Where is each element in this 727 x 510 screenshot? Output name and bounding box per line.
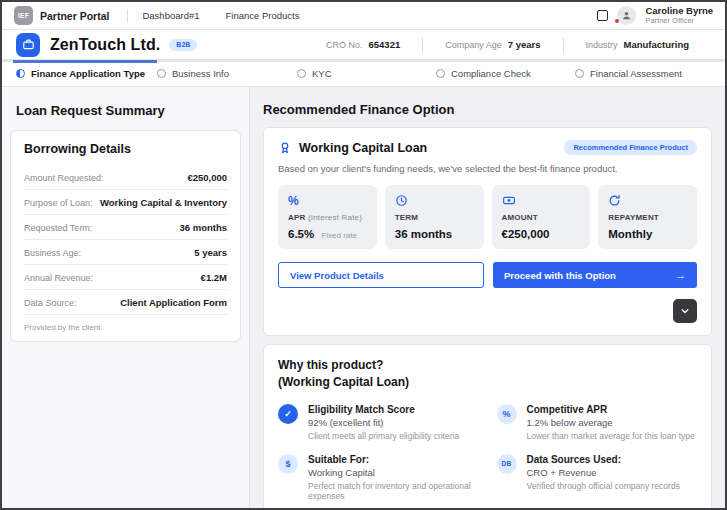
step-business-info[interactable]: Business Info xyxy=(157,60,229,87)
stat-label: TERM xyxy=(395,213,418,222)
recommendation-description: Based on your client's funding needs, we… xyxy=(278,163,697,174)
why-item-data-sources: DB Data Sources Used: CRO + Revenue Veri… xyxy=(497,454,698,501)
why-item-value: 1.2% below average xyxy=(527,417,695,428)
loan-summary-panel: Loan Request Summary Borrowing Details A… xyxy=(2,87,250,508)
why-item-value: CRO + Revenue xyxy=(527,467,680,478)
row-value: Working Capital & Inventory xyxy=(100,197,227,208)
row-value: €1.2M xyxy=(201,272,227,283)
why-item-note: Lower than market average for this loan … xyxy=(527,431,695,441)
company-header: ZenTouch Ltd. B2B CRO No. 654321 Company… xyxy=(2,30,725,60)
recommendation-panel: Recommended Finance Option Working Capit… xyxy=(250,87,725,508)
step-compliance-check[interactable]: Compliance Check xyxy=(436,60,531,87)
app-window: IEF Partner Portal Dashboard#1 Finance P… xyxy=(0,0,727,510)
briefcase-icon xyxy=(22,38,35,51)
why-item-suitable-for: $ Suitable For: Working Capital Perfect … xyxy=(278,454,479,501)
why-product-card: Why this product? (Working Capital Loan)… xyxy=(263,344,712,508)
application-stepper: Finance Application Type Business Info K… xyxy=(2,60,725,87)
row-label: Data Source: xyxy=(24,298,77,308)
stat-value: 6.5% xyxy=(288,228,314,240)
loan-summary-heading: Loan Request Summary xyxy=(10,103,241,118)
stat-value-note: Fixed rate xyxy=(321,231,357,240)
nav-item-finance-products[interactable]: Finance Products xyxy=(226,10,300,21)
row-value: Client Application Form xyxy=(120,297,227,308)
step-label: KYC xyxy=(312,68,332,79)
row-value: €250,000 xyxy=(187,172,227,183)
app-logo: IEF xyxy=(14,6,33,25)
why-item-title: Eligibility Match Score xyxy=(308,404,459,415)
summary-row-data-source: Data Source: Client Application Form xyxy=(24,290,227,315)
meta-value: Manufacturing xyxy=(624,39,689,50)
meta-value: 7 years xyxy=(508,39,541,50)
step-label: Financial Assessment xyxy=(590,68,682,79)
check-circle-icon: ✓ xyxy=(278,404,298,424)
why-product-grid: ✓ Eligibility Match Score 92% (excellent… xyxy=(278,404,697,501)
collapse-button[interactable] xyxy=(673,299,697,323)
why-item-competitive-apr: % Competitive APR 1.2% below average Low… xyxy=(497,404,698,441)
row-label: Requested Term: xyxy=(24,223,92,233)
stat-term: TERM 36 months xyxy=(385,185,484,249)
meta-cro: CRO No. 654321 xyxy=(304,39,422,50)
avatar[interactable] xyxy=(617,6,636,25)
company-meta: CRO No. 654321 Company Age 7 years Indus… xyxy=(304,37,711,53)
nav-divider xyxy=(127,9,128,23)
arrow-right-icon: → xyxy=(675,269,686,281)
person-icon xyxy=(621,10,632,21)
chevron-down-icon xyxy=(680,306,690,316)
step-circle-icon xyxy=(157,69,166,78)
meta-value: 654321 xyxy=(369,39,401,50)
step-label: Compliance Check xyxy=(451,68,531,79)
banknote-icon xyxy=(502,194,516,207)
product-stats: % APR (Interest Rate) 6.5% Fixed rate TE… xyxy=(278,185,697,249)
why-product-title: Why this product? (Working Capital Loan) xyxy=(278,357,697,392)
step-kyc[interactable]: KYC xyxy=(297,60,332,87)
why-title-line2: (Working Capital Loan) xyxy=(278,374,697,391)
recommendation-heading: Recommended Finance Option xyxy=(263,102,712,117)
top-nav: IEF Partner Portal Dashboard#1 Finance P… xyxy=(2,2,725,30)
user-role: Partner Officer xyxy=(645,17,713,26)
row-label: Purpose of Loan: xyxy=(24,198,93,208)
proceed-button[interactable]: Proceed with this Option → xyxy=(493,262,697,288)
meta-label: Company Age xyxy=(445,40,502,50)
stat-amount: AMOUNT €250,000 xyxy=(492,185,591,249)
nav-item-dashboard[interactable]: Dashboard#1 xyxy=(142,10,199,21)
company-icon xyxy=(16,33,40,57)
meta-label: CRO No. xyxy=(326,40,363,50)
summary-row-amount: Amount Requested: €250,000 xyxy=(24,165,227,190)
meta-label: Industry xyxy=(586,40,618,50)
step-finance-application-type[interactable]: Finance Application Type xyxy=(16,60,145,87)
step-financial-assessment[interactable]: Financial Assessment xyxy=(575,60,682,87)
why-title-line1: Why this product? xyxy=(278,357,697,374)
stat-value: Monthly xyxy=(608,228,652,240)
row-value: 36 months xyxy=(179,222,227,233)
row-label: Amount Requested: xyxy=(24,173,104,183)
step-circle-half-icon xyxy=(16,69,25,78)
stat-label: AMOUNT xyxy=(502,213,538,222)
step-label: Business Info xyxy=(172,68,229,79)
stat-value: 36 months xyxy=(395,228,453,240)
user-name: Caroline Byrne xyxy=(645,6,713,17)
window-icon[interactable] xyxy=(597,10,608,21)
stat-label: REPAYMENT xyxy=(608,213,659,222)
summary-row-annual-revenue: Annual Revenue: €1.2M xyxy=(24,265,227,290)
award-icon xyxy=(278,141,292,155)
borrowing-details-title: Borrowing Details xyxy=(24,142,227,156)
recommended-badge: Recommended Finance Product xyxy=(564,140,697,155)
why-item-value: 92% (excellent fit) xyxy=(308,417,459,428)
why-item-value: Working Capital xyxy=(308,467,479,478)
step-circle-icon xyxy=(436,69,445,78)
meta-company-age: Company Age 7 years xyxy=(423,39,562,50)
data-source-footnote: Provided by the client. xyxy=(24,315,227,332)
row-value: 5 years xyxy=(194,247,227,258)
notification-dot xyxy=(615,19,619,23)
stat-label: APR xyxy=(288,213,306,222)
why-item-title: Suitable For: xyxy=(308,454,479,465)
percent-circle-icon: % xyxy=(497,404,517,424)
why-item-note: Perfect match for inventory and operatio… xyxy=(308,481,479,501)
row-label: Annual Revenue: xyxy=(24,273,93,283)
product-name: Working Capital Loan xyxy=(299,141,427,155)
meta-industry: Industry Manufacturing xyxy=(564,39,711,50)
percent-icon: % xyxy=(288,194,299,208)
view-product-details-button[interactable]: View Product Details xyxy=(278,262,484,288)
company-name: ZenTouch Ltd. xyxy=(50,36,160,54)
summary-row-term: Requested Term: 36 months xyxy=(24,215,227,240)
